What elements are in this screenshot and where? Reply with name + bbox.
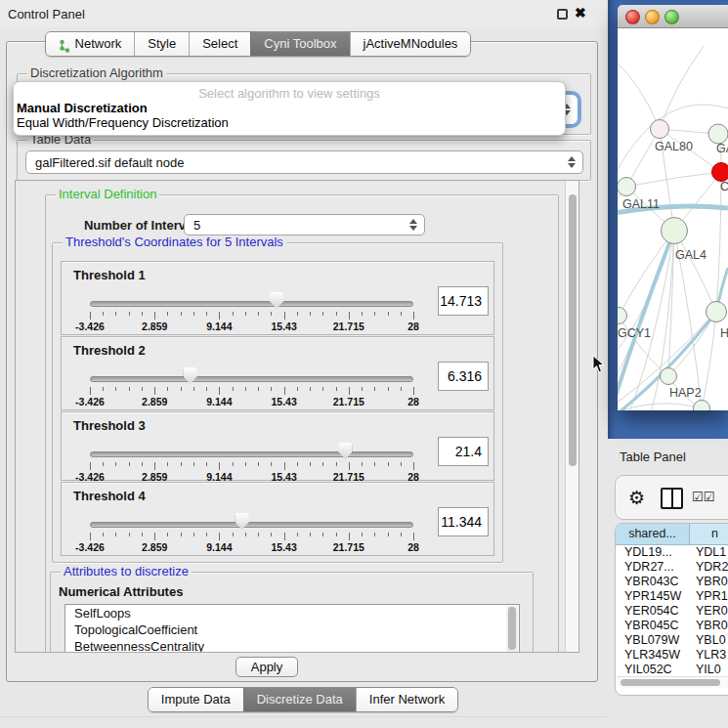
- cell-name: YBL0: [689, 633, 728, 648]
- close-window-icon[interactable]: [625, 10, 640, 24]
- tick-label: 2.859: [142, 541, 167, 553]
- numerical-attributes-list[interactable]: SelfLoopsTopologicalCoefficientBetweenne…: [64, 604, 520, 653]
- table-row[interactable]: YBR045CYBR0: [616, 619, 728, 633]
- network-edge[interactable]: [626, 172, 721, 187]
- zoom-window-icon[interactable]: [664, 10, 679, 24]
- settings-scrollpane: Interval Definition Number of Intervals …: [15, 180, 579, 653]
- bottom-tab-bar: Impute DataDiscretize DataInfer Network: [0, 687, 606, 712]
- table-data-group: Table Data galFiltered.sif default node: [17, 140, 591, 181]
- attribute-item-topologicalcoefficient[interactable]: TopologicalCoefficient: [65, 621, 519, 638]
- close-icon[interactable]: ✖: [575, 5, 586, 21]
- tab-impute-data[interactable]: Impute Data: [149, 688, 243, 711]
- threshold-slider-track[interactable]: [90, 522, 413, 528]
- table-row[interactable]: YER054CYER0: [616, 604, 728, 619]
- network-desktop: GAL80GACGAL11GAL4GCY1HHAP2: [608, 0, 728, 439]
- tick-label: 2.859: [142, 396, 167, 407]
- tick-label: 15.43: [271, 396, 296, 407]
- table-row[interactable]: YDR27...YDR2: [616, 560, 728, 575]
- tab-label: Cyni Toolbox: [264, 32, 336, 56]
- vertical-scrollbar-thumb[interactable]: [569, 194, 577, 466]
- tab-label: Network: [75, 32, 122, 56]
- network-node[interactable]: [694, 401, 710, 411]
- attributes-group-title: Attributes to discretize: [61, 565, 192, 578]
- network-node-gal4[interactable]: [662, 218, 688, 244]
- tab-infer-network[interactable]: Infer Network: [356, 688, 457, 711]
- network-edge[interactable]: [660, 46, 704, 129]
- threshold-value-field[interactable]: 6.316: [438, 362, 489, 391]
- table-row[interactable]: YIL052CYIL0: [616, 663, 728, 677]
- network-node-gcy1[interactable]: [618, 308, 627, 324]
- network-canvas[interactable]: GAL80GACGAL11GAL4GCY1HHAP2: [618, 28, 728, 410]
- cell-shared-name: YER054C: [616, 604, 689, 619]
- table-header-name[interactable]: n: [690, 524, 728, 544]
- list-scrollbar-thumb[interactable]: [508, 607, 516, 650]
- tab-jactivemnodules[interactable]: jActiveMNodules: [350, 32, 471, 56]
- attribute-item-betweennesscentrality[interactable]: BetweennessCentrality: [65, 638, 519, 653]
- table-panel-title: Table Panel: [620, 450, 686, 464]
- network-node-gal11[interactable]: [618, 178, 636, 196]
- node-label: C: [720, 180, 728, 193]
- network-node-gal80[interactable]: [651, 120, 669, 139]
- table-row[interactable]: YBR043CYBR0: [616, 575, 728, 589]
- algorithm-option-equal-width-frequency-discretization[interactable]: Equal Width/Frequency Discretization: [17, 115, 229, 130]
- node-label: GA: [716, 142, 728, 155]
- network-node-h[interactable]: [707, 302, 727, 322]
- spinner-icon: [568, 156, 576, 168]
- vertical-scrollbar[interactable]: [565, 181, 578, 652]
- tab-style[interactable]: Style: [134, 32, 189, 56]
- column-checkboxes-icon[interactable]: ☑☑: [692, 490, 714, 504]
- split-columns-icon[interactable]: [661, 488, 683, 509]
- network-edge[interactable]: [674, 231, 716, 312]
- attribute-item-selfloops[interactable]: SelfLoops: [65, 605, 519, 621]
- network-edge[interactable]: [626, 129, 660, 187]
- table-row[interactable]: YBL079WYBL0: [616, 633, 728, 648]
- number-of-intervals-combobox[interactable]: 5: [184, 214, 425, 236]
- slider-tick-labels: -3.4262.8599.14415.4321.71528: [90, 321, 413, 332]
- tab-label: Infer Network: [369, 688, 445, 711]
- threshold-slider-track[interactable]: [90, 451, 413, 457]
- table-header-shared[interactable]: shared...: [616, 524, 690, 544]
- float-window-icon[interactable]: [557, 9, 568, 20]
- list-scrollbar[interactable]: [506, 606, 518, 653]
- horizontal-scrollbar-thumb[interactable]: [621, 679, 720, 686]
- number-of-intervals-value: 5: [193, 218, 200, 233]
- horizontal-scrollbar[interactable]: [617, 676, 728, 688]
- tab-discretize-data[interactable]: Discretize Data: [243, 688, 356, 711]
- table-row[interactable]: YDL19...YDL1: [616, 545, 728, 560]
- network-window-titlebar[interactable]: [618, 5, 728, 28]
- tick-label: 28: [407, 396, 419, 407]
- screen: Control Panel ✖ NetworkStyleSelectCyni T…: [0, 0, 728, 728]
- minimize-window-icon[interactable]: [645, 10, 660, 24]
- threshold-value-field[interactable]: 11.344: [438, 507, 489, 536]
- network-node-ga[interactable]: [708, 124, 728, 144]
- node-label: GAL80: [655, 140, 693, 153]
- algorithm-option-manual-discretization[interactable]: Manual Discretization: [17, 101, 148, 115]
- tick-label: 28: [407, 321, 419, 332]
- settings-gear-icon[interactable]: ⚙: [628, 485, 645, 510]
- node-label: GCY1: [618, 326, 651, 340]
- cell-shared-name: YBL079W: [616, 633, 689, 648]
- slider-tick-labels: -3.4262.8599.14415.4321.71528: [90, 396, 413, 407]
- node-label: GAL11: [622, 197, 660, 211]
- threshold-value-field[interactable]: 21.4: [438, 437, 489, 466]
- table-row[interactable]: YPR145WYPR1: [616, 589, 728, 604]
- threshold-slider-track[interactable]: [90, 376, 413, 382]
- network-edge[interactable]: [618, 58, 660, 129]
- cell-shared-name: YPR145W: [616, 589, 689, 604]
- threshold-value-field[interactable]: 14.713: [438, 286, 489, 316]
- table-row[interactable]: YLR345WYLR3: [616, 648, 728, 663]
- slider-ticks: [90, 387, 413, 396]
- network-window[interactable]: GAL80GACGAL11GAL4GCY1HHAP2: [618, 5, 728, 410]
- tick-label: 9.144: [206, 396, 232, 407]
- table-data-combobox[interactable]: galFiltered.sif default node: [25, 150, 583, 174]
- interval-definition-group: Interval Definition Number of Intervals …: [45, 194, 559, 653]
- discretization-algorithm-title: Discretization Algorithm: [27, 66, 166, 80]
- apply-button[interactable]: Apply: [236, 657, 298, 677]
- tab-cyni-toolbox[interactable]: Cyni Toolbox: [250, 32, 349, 56]
- tab-select[interactable]: Select: [189, 32, 250, 56]
- threshold-slider-track[interactable]: [90, 301, 413, 307]
- tab-network[interactable]: Network: [46, 32, 135, 56]
- network-node-c[interactable]: [712, 163, 728, 182]
- network-node-hap2[interactable]: [661, 368, 677, 385]
- tick-label: 28: [407, 541, 419, 553]
